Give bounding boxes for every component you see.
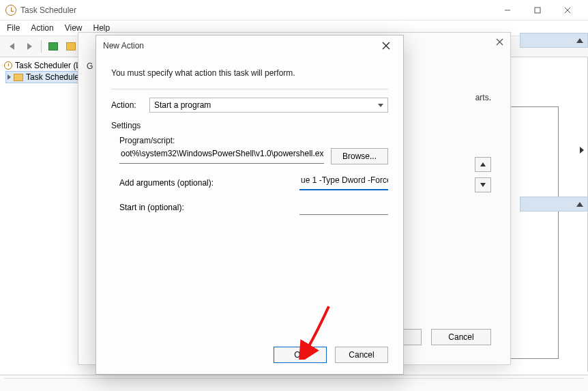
- ok-button[interactable]: OK: [274, 347, 327, 363]
- bg-spin-down[interactable]: [475, 177, 491, 192]
- close-button[interactable]: [553, 0, 583, 20]
- new-action-close-button[interactable]: [376, 35, 396, 56]
- program-label: Program/script:: [119, 136, 388, 145]
- startin-label: Start in (optional):: [119, 203, 184, 212]
- menu-action[interactable]: Action: [31, 23, 53, 33]
- svg-rect-1: [535, 8, 540, 13]
- bg-spin-up[interactable]: [475, 157, 491, 172]
- action-label: Action:: [111, 100, 143, 110]
- toolbar-btn-2[interactable]: [63, 39, 78, 54]
- window-title: Task Scheduler: [20, 5, 76, 15]
- new-action-instruction: You must specify what action this task w…: [111, 68, 388, 78]
- bg-cancel-button[interactable]: Cancel: [431, 329, 491, 345]
- new-action-title: New Action: [103, 41, 144, 50]
- arguments-label: Add arguments (optional):: [119, 178, 214, 188]
- tree-root-label: Task Scheduler (L: [15, 61, 80, 70]
- toolbar-separator: [41, 40, 42, 53]
- cancel-button[interactable]: Cancel: [335, 347, 388, 363]
- triangle-up-icon: [480, 162, 486, 166]
- arrow-left-icon: [10, 43, 14, 50]
- collapse-up-icon: [576, 38, 583, 43]
- toolbar-btn-1[interactable]: [46, 39, 61, 54]
- main-titlebar: Task Scheduler: [0, 0, 588, 20]
- action-select[interactable]: Start a program: [149, 98, 388, 113]
- app-icon: [5, 5, 16, 16]
- new-action-titlebar: New Action: [96, 35, 403, 56]
- program-input[interactable]: oot%\system32\WindowsPowerShell\v1.0\pow…: [119, 149, 324, 164]
- startin-input[interactable]: [299, 200, 388, 215]
- expand-right-icon: [580, 147, 584, 154]
- menu-view[interactable]: View: [65, 23, 83, 33]
- nav-forward-button[interactable]: [22, 39, 37, 54]
- clock-small-icon: [4, 61, 12, 70]
- folder-icon: [66, 42, 76, 50]
- triangle-down-icon: [480, 183, 486, 187]
- browse-button[interactable]: Browse...: [331, 148, 388, 164]
- bg-starts-fragment: arts.: [475, 93, 491, 102]
- folder-icon: [14, 74, 23, 81]
- collapse-up-icon: [576, 202, 583, 207]
- arrow-right-icon: [27, 43, 32, 50]
- actions-header-2[interactable]: [520, 197, 588, 212]
- arguments-input[interactable]: ue 1 -Type Dword -Force: [299, 175, 388, 190]
- settings-group-label: Settings: [111, 121, 388, 130]
- bg-tab-fragment: G: [87, 61, 93, 71]
- bg-close-button[interactable]: [496, 37, 503, 48]
- nav-back-button[interactable]: [4, 39, 19, 54]
- menu-file[interactable]: File: [7, 23, 20, 33]
- chevron-right-icon: [8, 74, 11, 80]
- tree-library-label: Task Schedule: [26, 72, 79, 82]
- minimize-button[interactable]: [493, 0, 523, 20]
- chevron-down-icon: [378, 104, 383, 107]
- action-row: Action: Start a program: [111, 98, 388, 113]
- new-action-dialog: New Action You must specify what action …: [95, 35, 404, 375]
- menu-help[interactable]: Help: [93, 23, 111, 33]
- maximize-button[interactable]: [523, 0, 553, 20]
- action-select-value: Start a program: [154, 100, 211, 110]
- actions-header-1[interactable]: [520, 33, 588, 48]
- statusbar: [0, 375, 588, 391]
- green-square-icon: [48, 42, 58, 50]
